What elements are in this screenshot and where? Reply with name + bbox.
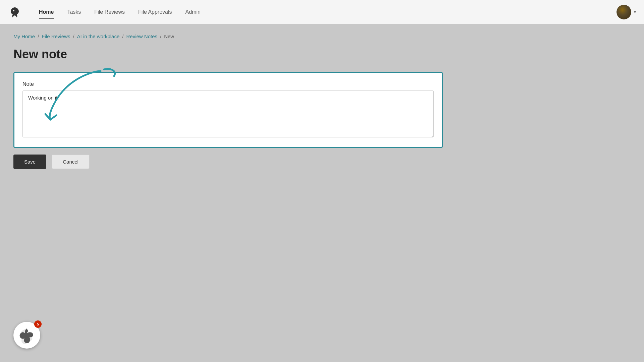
widget-circle[interactable]: 5 — [13, 322, 40, 349]
nav-file-approvals[interactable]: File Approvals — [131, 6, 179, 18]
note-label: Note — [22, 81, 434, 87]
breadcrumb-ai-workplace[interactable]: AI in the workplace — [77, 34, 120, 39]
form-card: Note Working on it! — [13, 72, 443, 148]
button-row: Save Cancel — [13, 155, 631, 169]
breadcrumb-sep-1: / — [38, 34, 39, 39]
breadcrumb-sep-4: / — [160, 34, 161, 39]
navbar: Home Tasks File Reviews File Approvals A… — [0, 0, 644, 24]
page-title: New note — [13, 47, 631, 61]
breadcrumb-new: New — [164, 34, 174, 39]
svg-point-0 — [13, 10, 14, 11]
save-button[interactable]: Save — [13, 155, 46, 169]
widget-badge: 5 — [34, 320, 42, 328]
breadcrumb-file-reviews[interactable]: File Reviews — [42, 34, 70, 39]
nav-tasks[interactable]: Tasks — [60, 6, 88, 18]
app-logo[interactable] — [8, 5, 21, 19]
avatar[interactable] — [616, 5, 631, 19]
nav-admin[interactable]: Admin — [179, 6, 207, 18]
breadcrumb-sep-2: / — [73, 34, 74, 39]
nav-home[interactable]: Home — [32, 6, 60, 18]
nav-links: Home Tasks File Reviews File Approvals A… — [32, 6, 616, 18]
note-textarea[interactable]: Working on it! — [22, 90, 434, 137]
breadcrumb: My Home / File Reviews / AI in the workp… — [13, 34, 631, 39]
cancel-button[interactable]: Cancel — [52, 155, 90, 169]
nav-right: ▾ — [616, 5, 636, 19]
breadcrumb-my-home[interactable]: My Home — [13, 34, 35, 39]
chevron-down-icon[interactable]: ▾ — [634, 10, 636, 14]
bottom-widget[interactable]: 5 — [13, 322, 40, 349]
breadcrumb-sep-3: / — [122, 34, 123, 39]
breadcrumb-review-notes[interactable]: Review Notes — [126, 34, 157, 39]
nav-file-reviews[interactable]: File Reviews — [88, 6, 131, 18]
main-content: My Home / File Reviews / AI in the workp… — [0, 24, 644, 362]
